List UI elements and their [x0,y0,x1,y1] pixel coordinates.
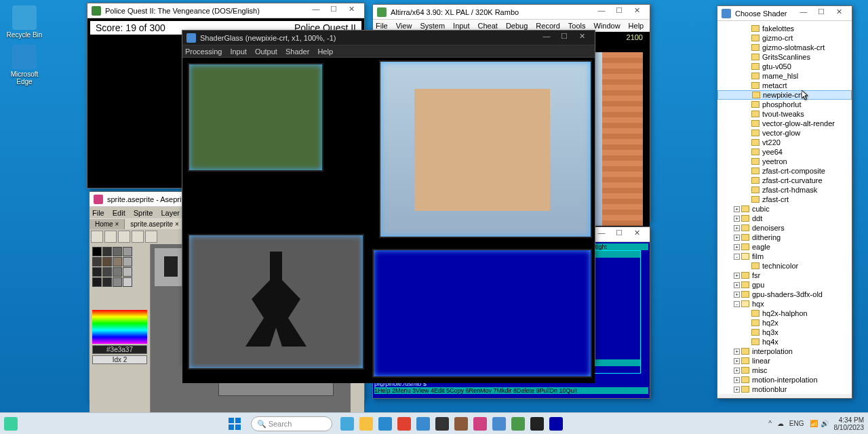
shader-folder-film[interactable]: -film [717,252,852,261]
palette-swatch[interactable] [123,247,132,256]
menu-help[interactable]: Help [317,47,333,56]
taskbar-mc-icon[interactable] [549,417,563,431]
system-tray[interactable]: ^ ☁ ENG 📶 🔊 4:34 PM8/10/2023 [768,416,864,431]
shader-item-hq3x[interactable]: hq3x [717,328,852,337]
menu-shader[interactable]: Shader [285,47,309,56]
taskbar-desktops-icon[interactable] [340,417,354,431]
tab-sprite-aseprite[interactable]: sprite.aseprite × [125,219,184,229]
maximize-button[interactable]: ☐ [812,7,830,20]
menu-help[interactable]: Help [629,22,644,30]
shader-folder-motion-interpolation[interactable]: +motion-interpolation [717,375,852,384]
menu-view[interactable]: View [396,22,412,30]
maximize-button[interactable]: ☐ [555,32,573,44]
tool-btn[interactable] [104,231,117,243]
edge-desktop-icon[interactable]: Microsoft Edge [4,45,45,85]
tab-home[interactable]: Home × [90,219,125,229]
shader-item-hq4x[interactable]: hq4x [717,337,852,347]
shader-item-zfast-crt-composite[interactable]: zfast-crt-composite [717,166,852,176]
choose-shader-window[interactable]: Choose Shader — ☐ ✕ fakelottesgizmo-crtg… [717,5,852,399]
shader-item-zfast-crt-curvature[interactable]: zfast-crt-curvature [717,176,852,185]
menu-file[interactable]: File [92,209,104,217]
taskbar-terminal-icon[interactable] [435,417,449,431]
palette-swatch[interactable] [113,277,122,287]
shader-item-zfast-crt[interactable]: zfast-crt [717,195,852,204]
minimize-button[interactable]: — [307,5,325,17]
minimize-button[interactable]: — [795,7,812,20]
menu-edit[interactable]: Edit [113,209,125,217]
shader-item-gizmo-slotmask-crt[interactable]: gizmo-slotmask-crt [717,43,852,52]
close-button[interactable]: ✕ [342,5,360,17]
language-indicator[interactable]: ENG [789,420,804,427]
shader-tree[interactable]: fakelottesgizmo-crtgizmo-slotmask-crtGri… [717,21,852,394]
taskbar-vscode-icon[interactable] [416,417,430,431]
onedrive-icon[interactable]: ☁ [777,420,784,427]
shader-item-fakelottes[interactable]: fakelottes [717,24,852,33]
tool-btn[interactable] [118,231,130,243]
maximize-button[interactable]: ☐ [325,5,342,17]
tool-btn[interactable] [132,231,144,243]
palette-swatch[interactable] [102,267,112,277]
color-spectrum[interactable] [92,310,147,344]
menu-cheat[interactable]: Cheat [478,22,498,30]
shader-folder-hqx[interactable]: -hqx [717,299,852,309]
palette-swatch[interactable] [92,257,102,267]
shader-folder-eagle[interactable]: +eagle [717,242,852,252]
shader-item-vt220[interactable]: vt220 [717,138,852,147]
shader-item-vector-glow[interactable]: vector-glow [717,128,852,138]
shader-item-hq2x[interactable]: hq2x [717,318,852,328]
shader-folder-ddt[interactable]: +ddt [717,214,852,223]
shader-item-gizmo-crt[interactable]: gizmo-crt [717,33,852,43]
recycle-bin-desktop-icon[interactable]: Recycle Bin [4,5,45,39]
palette-swatch[interactable] [92,267,102,277]
search-box[interactable]: 🔍 Search [251,416,332,431]
altirra-titlebar[interactable]: Altirra/x64 3.90: XL PAL / 320K Rambo — … [373,5,650,20]
shader-folder-gpu[interactable]: +gpu [717,280,852,290]
pq-titlebar[interactable]: Police Quest II: The Vengeance (DOS/Engl… [87,3,364,18]
shader-item-zfast-crt-hdmask[interactable]: zfast-crt-hdmask [717,185,852,195]
shader-folder-cubic[interactable]: +cubic [717,204,852,214]
shader-item-vector-glow-alt-render[interactable]: vector-glow-alt-render [717,119,852,128]
maximize-button[interactable]: ☐ [610,229,628,241]
palette-swatch[interactable] [102,277,112,287]
palette-swatch[interactable] [92,277,102,287]
menu-sprite[interactable]: Sprite [134,209,153,217]
sg-menubar[interactable]: ProcessingInputOutputShaderHelp [182,45,595,58]
close-button[interactable]: ✕ [830,7,848,20]
taskbar-gimp-icon[interactable] [454,417,468,431]
taskbar-explorer-icon[interactable] [359,417,373,431]
taskbar-aseprite-icon[interactable] [473,417,487,431]
maximize-button[interactable]: ☐ [610,6,628,18]
tool-btn[interactable] [145,231,157,243]
menu-input[interactable]: Input [230,47,246,56]
volume-icon[interactable]: 🔊 [821,420,829,427]
shaderglass-window[interactable]: ShaderGlass (newpixie-crt, x1, 100%, -1)… [182,30,595,365]
palette-swatch[interactable] [102,257,112,267]
shader-folder-gpu-shaders-3dfx-old[interactable]: +gpu-shaders-3dfx-old [717,290,852,299]
menu-tools[interactable]: Tools [568,22,586,30]
taskbar-shaderglass-icon[interactable] [492,417,506,431]
shader-item-phosphorlut[interactable]: phosphorlut [717,100,852,109]
taskbar-retroarch-icon[interactable] [530,417,544,431]
menu-input[interactable]: Input [453,22,469,30]
menu-record[interactable]: Record [536,22,559,30]
menu-window[interactable]: Window [593,22,620,30]
shader-folder-misc[interactable]: +misc [717,366,852,375]
close-button[interactable]: ✕ [628,229,646,241]
minimize-button[interactable]: — [538,32,555,44]
taskbar-chrome-icon[interactable] [397,417,411,431]
palette-swatch[interactable] [113,247,122,256]
close-button[interactable]: ✕ [628,6,646,18]
menu-output[interactable]: Output [255,47,277,56]
menu-system[interactable]: System [420,22,445,30]
menu-layer[interactable]: Layer [161,209,180,217]
taskbar-altirra-icon[interactable] [511,417,525,431]
shader-item-newpixie-crt[interactable]: newpixie-crt [717,90,852,100]
palette-swatch[interactable] [113,267,122,277]
menu-processing[interactable]: Processing [185,47,222,56]
shader-item-gtu-v050[interactable]: gtu-v050 [717,62,852,71]
shader-item-tvout-tweaks[interactable]: tvout-tweaks [717,109,852,119]
shader-item-yeetron[interactable]: yeetron [717,157,852,166]
palette-swatch[interactable] [113,257,122,267]
shader-folder-linear[interactable]: +linear [717,356,852,366]
wifi-icon[interactable]: 📶 [810,420,818,427]
